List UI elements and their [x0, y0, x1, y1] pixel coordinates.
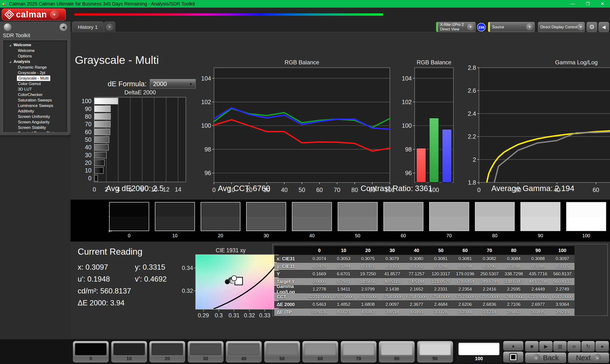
- pattern-window-toggle-button[interactable]: [503, 351, 523, 363]
- de-formula-select[interactable]: 2000 ▼: [150, 79, 196, 89]
- pattern-button-90[interactable]: 90: [417, 341, 453, 363]
- cie-x-tick-label: 0.32: [241, 312, 258, 319]
- svg-text:102: 102: [402, 99, 412, 105]
- table-cell: 2.2749: [550, 286, 574, 293]
- sidebar-item-screen-stability[interactable]: Screen Stability: [18, 125, 67, 130]
- minimize-icon[interactable]: —: [571, 1, 575, 6]
- sidebar-group-analysis[interactable]: ◢Analysis: [3, 59, 67, 65]
- table-cell: 2.0097: [380, 301, 404, 308]
- reading-u: u': 0.1948: [78, 275, 135, 284]
- add-tab-button[interactable]: +: [104, 21, 115, 32]
- sidebar-item-color-gamut[interactable]: Color Gamut: [18, 81, 67, 87]
- sidebar-item-additivity[interactable]: Additivity: [18, 108, 67, 114]
- sidebar-item-grayscale-2pt[interactable]: Grayscale - 2pt: [18, 70, 67, 76]
- pattern-page-up-button[interactable]: ▲: [503, 341, 523, 351]
- table-cell: 2.0799: [356, 286, 380, 293]
- display-control-dropdown[interactable]: Direct Display Control ▼: [538, 22, 585, 32]
- settings-button[interactable]: ⚙: [587, 22, 597, 32]
- pattern-button-50[interactable]: 50: [264, 341, 300, 363]
- table-cell: 0.3290: [477, 263, 502, 270]
- meter-dropdown[interactable]: X-Rite i1Pro 2 Direct View ▼: [436, 22, 476, 32]
- close-icon[interactable]: ✕: [601, 1, 604, 6]
- cie-chart-title: CIE 1931 xy: [181, 247, 281, 254]
- reading-luminance: cd/m²: 560.8137: [78, 287, 135, 295]
- table-cell: 3.2344: [453, 309, 477, 316]
- de-formula-label: dE Formula:: [108, 80, 146, 88]
- stop-button[interactable]: ■: [525, 341, 539, 351]
- pattern-button-10[interactable]: 10: [111, 341, 147, 363]
- table-cell: 6.6701: [331, 270, 356, 277]
- app-icon: [2, 2, 7, 6]
- table-cell: 2.3677: [404, 301, 429, 308]
- svg-text:98: 98: [405, 146, 412, 153]
- logo-dropdown-arrow-icon[interactable]: ▼: [50, 11, 58, 19]
- pattern-button-40[interactable]: 40: [226, 341, 262, 363]
- record-button[interactable]: ●: [596, 341, 609, 351]
- source-dropdown[interactable]: Source ▼: [488, 22, 535, 32]
- pattern-button-60[interactable]: 60: [302, 341, 338, 363]
- sidebar-item-dynamic-range[interactable]: Dynamic Range: [18, 65, 67, 70]
- pattern-button-100[interactable]: 100: [456, 341, 502, 363]
- calman-logo-button[interactable]: calman ▼: [2, 9, 66, 21]
- sidebar-item-saturation-sweeps[interactable]: Saturation Sweeps: [18, 97, 67, 103]
- pattern-button-0[interactable]: 0: [73, 341, 109, 363]
- pattern-button-70[interactable]: 70: [341, 341, 376, 363]
- pattern-button-80[interactable]: 80: [379, 341, 415, 363]
- cie-y-tick-label: 0.34: [181, 265, 193, 271]
- loop-button[interactable]: ∞: [567, 341, 581, 351]
- play-button[interactable]: ▶: [539, 341, 553, 351]
- svg-text:20: 20: [85, 159, 91, 166]
- sidebar-item-screen-angularity[interactable]: Screen Angularity: [18, 119, 67, 125]
- tab-history-1[interactable]: History 1: [72, 21, 104, 32]
- sidebar-item-luminance-sweeps[interactable]: Luminance Sweeps: [18, 103, 67, 108]
- sidebar-item-colorchecker[interactable]: ColorChecker: [18, 92, 67, 97]
- svg-text:50: 50: [299, 186, 305, 193]
- table-cell: 5.7931: [331, 278, 356, 285]
- svg-text:30: 30: [85, 152, 91, 158]
- sidebar-item-grayscale-multi[interactable]: Grayscale - Multi: [17, 76, 50, 81]
- sidebar-collapse-button[interactable]: ◀: [60, 23, 67, 31]
- reading-v: v': 0.4692: [135, 275, 167, 284]
- sidebar-item-screen-uniformity[interactable]: Screen Uniformity: [18, 114, 67, 119]
- table-cell: 0.2428: [307, 263, 331, 270]
- window-pattern-icon: [509, 353, 517, 361]
- chevron-down-icon: ▼: [467, 23, 474, 30]
- back-button[interactable]: « Back: [525, 352, 566, 363]
- table-cell: 40.5310: [380, 278, 404, 285]
- table-column-header: 80: [502, 246, 526, 255]
- table-cell: 41.8577: [380, 270, 404, 277]
- chevron-double-left-icon: «: [532, 354, 540, 362]
- histogram-button[interactable]: ▥: [553, 341, 567, 351]
- svg-text:50: 50: [85, 136, 91, 143]
- table-column-header: 70: [477, 246, 502, 255]
- table-column-header: 40: [404, 246, 429, 255]
- svg-text:40: 40: [85, 144, 91, 151]
- svg-text:14: 14: [175, 186, 181, 193]
- sidebar-item-3d-lut[interactable]: 3D LUT: [18, 87, 67, 92]
- table-cell: 0.3097: [550, 255, 574, 262]
- next-button[interactable]: Next »: [568, 352, 609, 363]
- collapse-panel-button[interactable]: ◀: [598, 22, 609, 32]
- gear-icon: ⚙: [589, 23, 595, 31]
- pattern-button-30[interactable]: 30: [188, 341, 223, 363]
- table-cell: 0.5463: [307, 301, 331, 308]
- table-cell: 560.8137: [550, 278, 574, 285]
- sidebar-item-options[interactable]: Options: [18, 53, 67, 59]
- sidebar-sphere-button[interactable]: [4, 23, 12, 31]
- sidebar-item-spectral-power-dist[interactable]: Spectral Power Dist.: [18, 130, 67, 132]
- pattern-button-20[interactable]: 20: [149, 341, 185, 363]
- sidebar-item-welcome[interactable]: Welcome: [18, 48, 67, 53]
- meter-count-badge[interactable]: 238: [477, 23, 486, 31]
- maximize-icon[interactable]: ❐: [586, 1, 590, 6]
- svg-text:RGB Balance: RGB Balance: [417, 59, 451, 65]
- refresh-button[interactable]: ↻: [581, 341, 595, 351]
- main-content: Grayscale - Multi dE Formula: 2000 ▼ Del…: [71, 32, 610, 339]
- loop-icon: ∞: [572, 343, 576, 349]
- grayscale-swatch-50: 50: [338, 202, 378, 238]
- table-column-header: 30: [380, 246, 404, 255]
- gamma-log-chart: Gamma Log/Log1.822.22.42.62.802040608010…: [465, 59, 610, 198]
- table-cell: 0.3080: [404, 255, 429, 262]
- rgb-balance-line-chart: RGB Balance96981001021040102030405060708…: [201, 59, 394, 198]
- table-cell: 2.1438: [380, 286, 404, 293]
- sidebar-group-welcome[interactable]: ◢Welcome: [3, 42, 67, 48]
